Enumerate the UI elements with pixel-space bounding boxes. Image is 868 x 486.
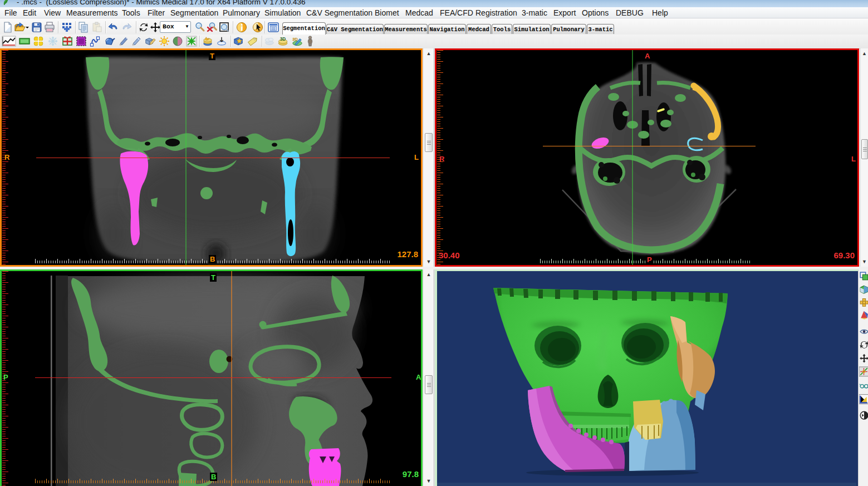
svg-text:3D: 3D	[280, 37, 286, 42]
svg-text:3D: 3D	[292, 37, 298, 42]
